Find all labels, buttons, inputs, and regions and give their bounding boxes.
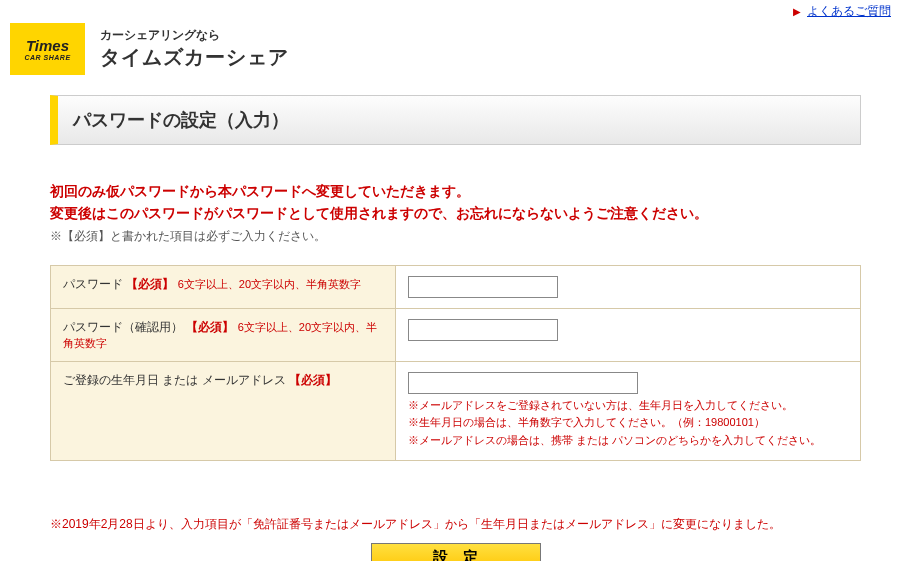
intro-block: 初回のみ仮パスワードから本パスワードへ変更していただきます。 変更後はこのパスワ… — [50, 180, 861, 245]
intro-note: ※【必須】と書かれた項目は必ずご入力ください。 — [50, 228, 861, 245]
main-container: パスワードの設定（入力） 初回のみ仮パスワードから本パスワードへ変更していただき… — [0, 95, 911, 561]
required-mark: 【必須】 — [126, 277, 174, 291]
intro-line1: 初回のみ仮パスワードから本パスワードへ変更していただきます。 — [50, 180, 861, 202]
submit-row: 設定 — [50, 543, 861, 561]
logo-line1: Times — [26, 37, 69, 54]
brand-name: タイムズカーシェア — [100, 44, 289, 71]
label-birth-email: ご登録の生年月日 または メールアドレス 【必須】 — [51, 361, 396, 460]
password-label-text: パスワード — [63, 277, 123, 291]
note2: ※生年月日の場合は、半角数字で入力してください。（例：19800101） — [408, 414, 848, 432]
password-confirm-input[interactable] — [408, 319, 558, 341]
page-title: パスワードの設定（入力） — [50, 95, 861, 145]
brand-text: カーシェアリングなら タイムズカーシェア — [100, 27, 289, 71]
form-table: パスワード 【必須】 6文字以上、20文字以内、半角英数字 パスワード（確認用）… — [50, 265, 861, 461]
row-password: パスワード 【必須】 6文字以上、20文字以内、半角英数字 — [51, 265, 861, 308]
password-input[interactable] — [408, 276, 558, 298]
password-confirm-label-text: パスワード（確認用） — [63, 320, 183, 334]
arrow-icon: ▶ — [793, 6, 801, 17]
cell-birth-email: ※メールアドレスをご登録されていない方は、生年月日を入力してください。 ※生年月… — [396, 361, 861, 460]
label-password: パスワード 【必須】 6文字以上、20文字以内、半角英数字 — [51, 265, 396, 308]
row-password-confirm: パスワード（確認用） 【必須】 6文字以上、20文字以内、半角英数字 — [51, 308, 861, 361]
label-password-confirm: パスワード（確認用） 【必須】 6文字以上、20文字以内、半角英数字 — [51, 308, 396, 361]
birth-email-input[interactable] — [408, 372, 638, 394]
required-mark: 【必須】 — [289, 373, 337, 387]
logo-line2: CAR SHARE — [24, 54, 70, 61]
cell-password-confirm — [396, 308, 861, 361]
birth-email-label-text: ご登録の生年月日 または メールアドレス — [63, 373, 286, 387]
header: Times CAR SHARE カーシェアリングなら タイムズカーシェア — [0, 23, 911, 75]
change-notice: ※2019年2月28日より、入力項目が「免許証番号またはメールアドレス」から「生… — [50, 516, 861, 533]
note3: ※メールアドレスの場合は、携帯 または パソコンのどちらかを入力してください。 — [408, 432, 848, 450]
birth-email-notes: ※メールアドレスをご登録されていない方は、生年月日を入力してください。 ※生年月… — [408, 397, 848, 450]
note1: ※メールアドレスをご登録されていない方は、生年月日を入力してください。 — [408, 397, 848, 415]
intro-line2: 変更後はこのパスワードがパスワードとして使用されますので、お忘れにならないようご… — [50, 202, 861, 224]
cell-password — [396, 265, 861, 308]
top-link-area: ▶ よくあるご質問 — [0, 0, 911, 23]
logo: Times CAR SHARE — [10, 23, 85, 75]
required-mark: 【必須】 — [186, 320, 234, 334]
brand-tagline: カーシェアリングなら — [100, 27, 289, 44]
faq-link[interactable]: よくあるご質問 — [807, 4, 891, 18]
row-birth-email: ご登録の生年月日 または メールアドレス 【必須】 ※メールアドレスをご登録され… — [51, 361, 861, 460]
submit-button[interactable]: 設定 — [371, 543, 541, 561]
password-hint: 6文字以上、20文字以内、半角英数字 — [178, 278, 361, 290]
